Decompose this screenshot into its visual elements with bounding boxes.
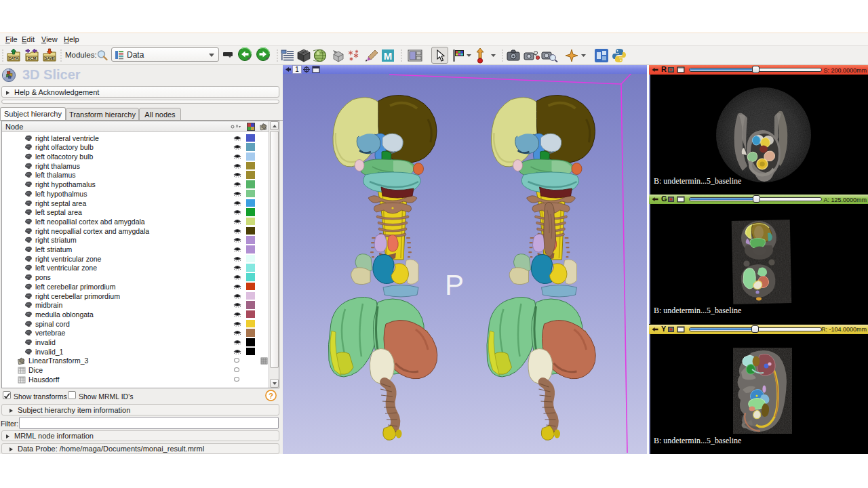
svg-text:?: ? (269, 392, 273, 400)
svg-text:1: 1 (295, 66, 299, 73)
svg-text:P: P (445, 269, 464, 301)
svg-text:SAVE: SAVE (45, 56, 55, 60)
svg-text:DCM: DCM (28, 56, 37, 60)
svg-text:DATA: DATA (9, 56, 18, 60)
svg-text:M: M (384, 50, 393, 62)
